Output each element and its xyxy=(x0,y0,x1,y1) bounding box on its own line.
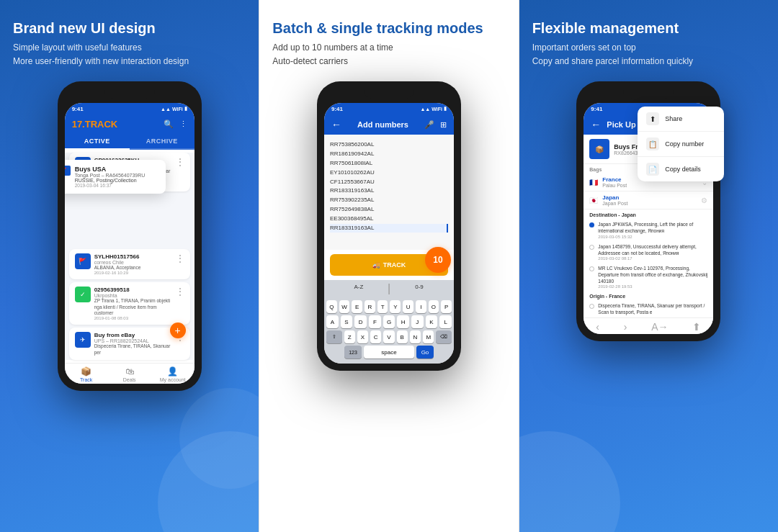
track-dots-2[interactable]: ⋮ xyxy=(176,253,184,263)
event-date-2: 2019-03-02 08:17 xyxy=(598,256,707,261)
nav-track[interactable]: 📦 Track xyxy=(65,366,108,382)
truck-icon: 🚚 xyxy=(372,261,380,269)
key-N[interactable]: N xyxy=(410,330,421,343)
key-H[interactable]: H xyxy=(397,315,409,328)
hint-09[interactable]: 0-9 xyxy=(390,282,448,295)
nav3-back[interactable]: ‹ xyxy=(596,321,599,333)
panel2-subtitle: Add up to 10 numbers at a time Auto-dete… xyxy=(272,41,505,68)
menu-copy-details[interactable]: 📄 Copy details xyxy=(638,157,724,181)
number-line-6: RR183319163AL xyxy=(330,186,448,196)
track-carrier-2: correos Chile xyxy=(94,260,172,265)
track-icon-4: ✈ xyxy=(75,332,91,348)
carrier-name-1: Palau Post xyxy=(602,183,697,188)
account-icon-nav: 👤 xyxy=(167,366,178,377)
nav3-forward[interactable]: › xyxy=(624,321,627,333)
key-delete[interactable]: ⌫ xyxy=(436,330,452,343)
bottom-nav-3: ‹ › A→ ⬆ xyxy=(584,317,713,334)
popup-carrier: Tonga Post – RA645640739RU xyxy=(75,173,158,178)
tab-active[interactable]: ACTIVE xyxy=(65,134,130,150)
key-Q[interactable]: Q xyxy=(326,300,337,313)
app-header-icons-1: 🔍 ⋮ xyxy=(164,120,187,129)
status-bar-1: 9:41 ▲▲ WiFi ▮ xyxy=(65,103,194,114)
carrier-flag-1: 🇫🇷 xyxy=(589,179,598,186)
nav3-translate[interactable]: A→ xyxy=(651,321,668,333)
key-X[interactable]: X xyxy=(357,330,368,343)
share-icon: ⬆ xyxy=(646,112,659,125)
track-item-3[interactable]: ✓ 02956399518 Ukrposhta ZP Tirana 1, TIR… xyxy=(69,282,190,325)
track-date-2: 2019-02-16 10:29 xyxy=(94,271,172,275)
notch-bar-2 xyxy=(364,89,414,99)
hint-az[interactable]: A-Z xyxy=(330,282,388,295)
key-V[interactable]: V xyxy=(383,330,394,343)
key-P[interactable]: P xyxy=(441,300,452,313)
menu-share[interactable]: ⬆ Share xyxy=(638,107,724,132)
number-input-area[interactable]: RR753856200AL RR186190942AL RR75061808IA… xyxy=(324,135,454,250)
key-R[interactable]: R xyxy=(365,300,375,313)
key-B[interactable]: B xyxy=(397,330,408,343)
key-go[interactable]: Go xyxy=(416,346,434,359)
key-E[interactable]: E xyxy=(352,300,362,313)
logo-track: TRACK xyxy=(85,119,118,130)
key-shift[interactable]: ⇧ xyxy=(326,330,342,343)
more-icon[interactable]: ⋮ xyxy=(179,120,187,129)
menu-copy-number[interactable]: 📋 Copy number xyxy=(638,132,724,157)
key-C[interactable]: C xyxy=(370,330,381,343)
mic-icon[interactable]: 🎤 xyxy=(424,120,434,130)
notch-bar xyxy=(104,89,155,99)
key-O[interactable]: O xyxy=(429,300,439,313)
key-F[interactable]: F xyxy=(369,315,381,328)
track-dots-3[interactable]: ⋮ xyxy=(176,287,184,297)
key-123[interactable]: 123 xyxy=(344,346,362,359)
panel1-title: Brand new UI design xyxy=(13,20,246,37)
key-row-4: 123 space Go xyxy=(326,346,452,359)
copy-number-icon: 📋 xyxy=(646,137,659,150)
key-row-1: Q W E R T Y U I O P xyxy=(326,300,452,313)
app-header-2: ← Add numbers 🎤 ⊞ xyxy=(324,114,454,135)
event-item-1: Japan JPKWSA, Processing, Left the place… xyxy=(584,219,713,240)
search-icon[interactable]: 🔍 xyxy=(164,120,174,129)
scan-icon[interactable]: ⊞ xyxy=(440,120,447,130)
key-U[interactable]: U xyxy=(403,300,413,313)
key-space[interactable]: space xyxy=(364,346,414,359)
panel-flexible-mgmt: Flexible management Important orders set… xyxy=(519,0,778,532)
key-J[interactable]: J xyxy=(411,315,424,328)
popup-info: Buys USA Tonga Post – RA645640739RU RUSS… xyxy=(75,166,158,188)
phone-3: 9:41 ▲▲ WiFi ▮ ← Pick Up 📦 Buys France R… xyxy=(576,81,720,341)
key-D[interactable]: D xyxy=(354,315,367,328)
key-K[interactable]: K xyxy=(426,315,438,328)
key-W[interactable]: W xyxy=(339,300,350,313)
event-text-3: MR LC Vnukovo Cev-1 102976, Processing, … xyxy=(598,265,707,284)
tab-archive[interactable]: ARCHIVE xyxy=(130,134,194,148)
nav-deals[interactable]: 🛍 Deals xyxy=(108,366,151,382)
copy-details-label: Copy details xyxy=(665,166,701,173)
phone3-notch xyxy=(584,89,713,103)
header-actions-2: 🎤 ⊞ xyxy=(424,120,447,130)
carrier-gear-2[interactable]: ⚙ xyxy=(701,197,707,204)
key-Z[interactable]: Z xyxy=(344,330,355,343)
key-S[interactable]: S xyxy=(341,315,353,328)
track-dots-1[interactable]: ⋮ xyxy=(176,157,184,167)
track-item-2[interactable]: 🚩 SYLHH01517566 correos Chile ALBANIA, A… xyxy=(69,249,190,279)
key-row-2: A S D F G H J K L xyxy=(326,315,452,328)
track-icon-2: 🚩 xyxy=(75,253,91,269)
key-I[interactable]: I xyxy=(416,300,426,313)
key-M[interactable]: M xyxy=(423,330,434,343)
nav-account[interactable]: 👤 My account xyxy=(151,366,194,382)
carrier-row-2: 🇯🇵 Japan Japan Post ⚙ xyxy=(584,191,713,209)
phone1-notch xyxy=(65,89,194,103)
carrier-country-2: Japan xyxy=(602,194,697,201)
key-T[interactable]: T xyxy=(377,300,388,313)
number-line-1: RR753856200AL xyxy=(330,140,448,150)
key-A[interactable]: A xyxy=(326,315,339,328)
fab-add[interactable]: + xyxy=(170,323,186,338)
popup-flag: 🚩 xyxy=(65,166,71,176)
app-logo-1: 17.TRACK xyxy=(72,119,118,130)
status-icons-2: ▲▲ WiFi ▮ xyxy=(420,106,447,112)
back-button-2[interactable]: ← xyxy=(331,119,341,130)
nav3-upload[interactable]: ⬆ xyxy=(692,321,701,333)
key-G[interactable]: G xyxy=(383,315,395,328)
back-button-3[interactable]: ← xyxy=(591,119,601,130)
key-L[interactable]: L xyxy=(439,315,452,328)
panel2-title: Batch & single tracking modes xyxy=(272,20,505,37)
key-Y[interactable]: Y xyxy=(390,300,401,313)
